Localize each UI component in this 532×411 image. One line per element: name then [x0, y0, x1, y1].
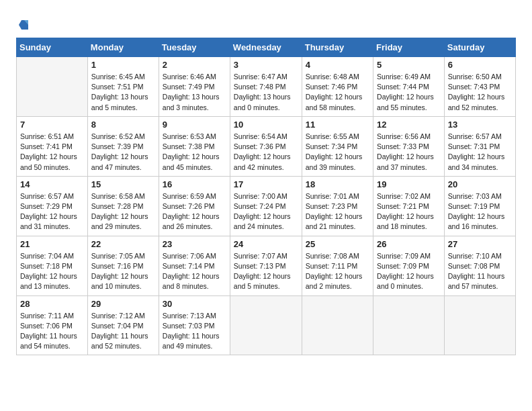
- day-info-line: and 8 minutes.: [163, 282, 209, 290]
- day-info-line: and 3 minutes.: [163, 103, 209, 111]
- day-info-line: Daylight: 12 hours: [234, 152, 291, 161]
- calendar-cell: 11Sunrise: 6:55 AMSunset: 7:34 PMDayligh…: [302, 116, 373, 176]
- day-number: 4: [306, 60, 369, 70]
- day-info-line: and 57 minutes.: [448, 282, 498, 290]
- day-info-line: Daylight: 12 hours: [163, 272, 220, 280]
- day-info: Sunrise: 6:46 AMSunset: 7:49 PMDaylight:…: [163, 72, 226, 113]
- day-info: Sunrise: 7:08 AMSunset: 7:11 PMDaylight:…: [306, 251, 369, 292]
- day-info: Sunrise: 6:50 AMSunset: 7:43 PMDaylight:…: [448, 72, 512, 113]
- day-info-line: Daylight: 11 hours: [91, 332, 148, 340]
- col-header-wednesday: Wednesday: [230, 38, 302, 57]
- day-info-line: Sunset: 7:14 PM: [163, 262, 215, 270]
- day-info-line: Sunset: 7:36 PM: [234, 142, 286, 150]
- day-info-line: Sunset: 7:13 PM: [234, 262, 286, 270]
- calendar-cell: 27Sunrise: 7:10 AMSunset: 7:08 PMDayligh…: [444, 236, 515, 295]
- day-number: 6: [448, 60, 512, 70]
- day-number: 11: [306, 120, 369, 130]
- day-info: Sunrise: 6:45 AMSunset: 7:51 PMDaylight:…: [91, 72, 155, 113]
- day-number: 8: [91, 120, 155, 130]
- day-info-line: Sunset: 7:43 PM: [448, 83, 500, 91]
- calendar-cell: 3Sunrise: 6:47 AMSunset: 7:48 PMDaylight…: [230, 57, 302, 117]
- day-info: Sunrise: 7:13 AMSunset: 7:03 PMDaylight:…: [163, 311, 226, 352]
- day-info-line: Daylight: 12 hours: [306, 272, 363, 280]
- day-info-line: and 50 minutes.: [20, 163, 71, 171]
- calendar-cell: 6Sunrise: 6:50 AMSunset: 7:43 PMDaylight…: [444, 57, 515, 117]
- calendar-cell: 8Sunrise: 6:52 AMSunset: 7:39 PMDaylight…: [87, 116, 159, 176]
- day-info: Sunrise: 7:12 AMSunset: 7:04 PMDaylight:…: [91, 311, 155, 352]
- day-info-line: Sunrise: 7:07 AM: [234, 252, 287, 260]
- day-info-line: Sunset: 7:38 PM: [163, 142, 215, 150]
- calendar-cell: [373, 295, 445, 355]
- day-info-line: Sunrise: 6:57 AM: [20, 192, 74, 200]
- day-info-line: and 37 minutes.: [377, 163, 427, 171]
- day-info-line: Daylight: 12 hours: [377, 152, 434, 161]
- day-info-line: Sunset: 7:29 PM: [20, 202, 73, 210]
- day-number: 20: [448, 179, 512, 189]
- day-info-line: Sunrise: 6:45 AM: [91, 73, 145, 81]
- calendar-header-row: SundayMondayTuesdayWednesdayThursdayFrid…: [17, 38, 516, 57]
- day-info-line: Sunset: 7:19 PM: [448, 202, 500, 210]
- day-info-line: Sunrise: 6:47 AM: [234, 73, 287, 81]
- day-number: 16: [163, 179, 226, 189]
- day-info-line: and 13 minutes.: [20, 282, 71, 290]
- day-info-line: Daylight: 12 hours: [163, 212, 220, 220]
- day-info-line: Sunrise: 7:13 AM: [163, 312, 216, 320]
- day-info-line: Daylight: 12 hours: [377, 93, 434, 101]
- day-info-line: Sunrise: 6:54 AM: [234, 132, 287, 140]
- day-info: Sunrise: 7:03 AMSunset: 7:19 PMDaylight:…: [448, 191, 512, 232]
- day-info: Sunrise: 7:07 AMSunset: 7:13 PMDaylight:…: [234, 251, 298, 292]
- day-info-line: Sunset: 7:21 PM: [377, 202, 429, 210]
- day-number: 24: [234, 239, 298, 249]
- logo: [16, 17, 30, 31]
- day-info-line: Sunrise: 7:08 AM: [306, 252, 359, 260]
- day-info: Sunrise: 6:49 AMSunset: 7:44 PMDaylight:…: [377, 72, 441, 113]
- day-info-line: Sunset: 7:49 PM: [163, 83, 215, 91]
- day-number: 12: [377, 120, 441, 130]
- day-info-line: Sunset: 7:09 PM: [377, 262, 429, 270]
- col-header-tuesday: Tuesday: [159, 38, 230, 57]
- calendar-cell: [444, 295, 515, 355]
- calendar-cell: 21Sunrise: 7:04 AMSunset: 7:18 PMDayligh…: [17, 236, 88, 295]
- col-header-monday: Monday: [87, 38, 159, 57]
- calendar-cell: 18Sunrise: 7:01 AMSunset: 7:23 PMDayligh…: [302, 176, 373, 236]
- day-number: 13: [448, 120, 512, 130]
- col-header-saturday: Saturday: [444, 38, 515, 57]
- day-info: Sunrise: 6:54 AMSunset: 7:36 PMDaylight:…: [234, 132, 298, 173]
- day-info-line: and 55 minutes.: [377, 103, 427, 111]
- day-number: 27: [448, 239, 512, 249]
- day-number: 26: [377, 239, 441, 249]
- day-info-line: Sunrise: 7:09 AM: [377, 252, 431, 260]
- day-info: Sunrise: 6:48 AMSunset: 7:46 PMDaylight:…: [306, 72, 369, 113]
- day-info-line: Sunset: 7:18 PM: [20, 262, 73, 270]
- day-info-line: Sunrise: 7:05 AM: [91, 252, 145, 260]
- calendar-cell: 24Sunrise: 7:07 AMSunset: 7:13 PMDayligh…: [230, 236, 302, 295]
- calendar-cell: 16Sunrise: 6:59 AMSunset: 7:26 PMDayligh…: [159, 176, 230, 236]
- day-info-line: Sunrise: 6:57 AM: [448, 132, 502, 140]
- day-info-line: Daylight: 11 hours: [20, 332, 77, 340]
- day-info-line: Daylight: 12 hours: [448, 93, 505, 101]
- day-info-line: Sunset: 7:33 PM: [377, 142, 429, 150]
- day-number: 28: [20, 299, 84, 309]
- calendar-cell: 15Sunrise: 6:58 AMSunset: 7:28 PMDayligh…: [87, 176, 159, 236]
- day-info: Sunrise: 6:51 AMSunset: 7:41 PMDaylight:…: [20, 132, 84, 173]
- day-info: Sunrise: 7:04 AMSunset: 7:18 PMDaylight:…: [20, 251, 84, 292]
- calendar-cell: 1Sunrise: 6:45 AMSunset: 7:51 PMDaylight…: [87, 57, 159, 117]
- day-info-line: Sunset: 7:48 PM: [234, 83, 286, 91]
- day-number: 14: [20, 179, 84, 189]
- day-info-line: Daylight: 12 hours: [234, 212, 291, 220]
- day-number: 9: [163, 120, 226, 130]
- calendar-cell: [17, 57, 88, 117]
- day-info-line: Daylight: 12 hours: [163, 152, 220, 161]
- day-info-line: Sunrise: 7:03 AM: [448, 192, 502, 200]
- day-number: 29: [91, 299, 155, 309]
- day-number: 3: [234, 60, 298, 70]
- day-info-line: Sunrise: 6:55 AM: [306, 132, 359, 140]
- day-number: 25: [306, 239, 369, 249]
- day-info-line: and 5 minutes.: [91, 103, 138, 111]
- calendar-cell: 23Sunrise: 7:06 AMSunset: 7:14 PMDayligh…: [159, 236, 230, 295]
- day-info-line: and 58 minutes.: [306, 103, 356, 111]
- day-number: 18: [306, 179, 369, 189]
- day-info: Sunrise: 7:10 AMSunset: 7:08 PMDaylight:…: [448, 251, 512, 292]
- day-info-line: Sunrise: 6:59 AM: [163, 192, 216, 200]
- day-info-line: Sunset: 7:46 PM: [306, 83, 358, 91]
